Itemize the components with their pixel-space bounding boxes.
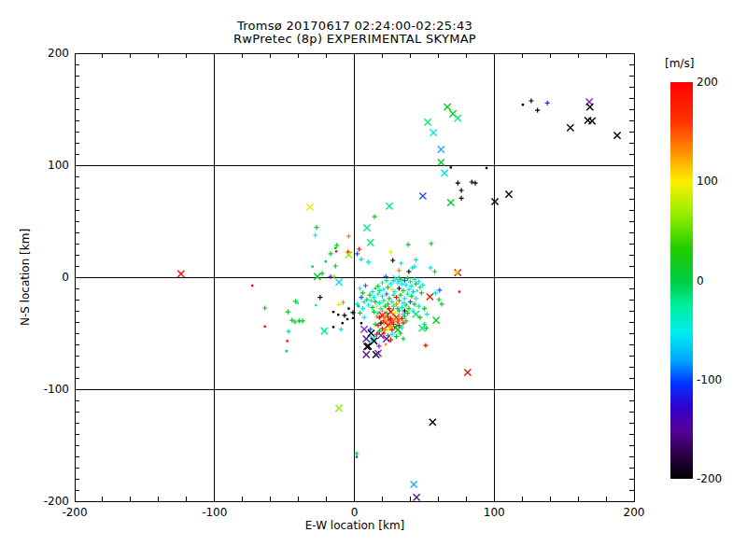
scatter-point xyxy=(545,101,550,105)
scatter-point xyxy=(342,313,346,317)
scatter-point xyxy=(408,279,413,284)
scatter-point xyxy=(335,250,337,252)
scatter-point xyxy=(352,317,354,319)
scatter-point xyxy=(380,280,385,285)
scatter-point xyxy=(472,181,477,186)
scatter-point xyxy=(422,306,427,311)
scatter-point xyxy=(332,311,334,313)
scatter-point xyxy=(346,234,351,239)
scatter-point xyxy=(333,263,338,268)
scatter-point xyxy=(388,282,393,287)
scatter-point xyxy=(360,306,365,311)
scatter-point xyxy=(358,286,362,290)
scatter-point xyxy=(588,118,595,124)
scatter-point xyxy=(286,340,288,342)
scatter-point xyxy=(380,294,385,299)
scatter-point xyxy=(361,315,366,320)
scatter-point xyxy=(335,279,342,286)
scatter-point xyxy=(409,284,414,288)
scatter-point xyxy=(342,322,344,324)
y-tick-label: -100 xyxy=(44,383,69,396)
scatter-point xyxy=(366,302,371,307)
scatter-point xyxy=(368,329,374,336)
scatter-point xyxy=(359,257,363,261)
colorbar-tick-label: 0 xyxy=(697,274,704,287)
scatter-point xyxy=(263,326,265,328)
scatter-point xyxy=(458,188,463,192)
scatter-point xyxy=(400,305,404,310)
colorbar-gradient xyxy=(670,82,693,479)
scatter-point xyxy=(405,291,410,296)
scatter-point xyxy=(358,311,362,315)
skymap-screen: Tromsø 20170617 02:24:00-02:25:43 RwPret… xyxy=(0,0,747,560)
scatter-point xyxy=(394,334,399,339)
scatter-point xyxy=(389,300,394,304)
scatter-point xyxy=(586,104,593,110)
scatter-point xyxy=(423,343,428,348)
scatter-point xyxy=(369,299,374,303)
scatter-point xyxy=(412,301,416,306)
scatter-point xyxy=(535,108,540,113)
scatter-point xyxy=(429,265,433,270)
scatter-point xyxy=(411,289,416,294)
colorbar: 2001000-100-200 xyxy=(670,76,722,485)
x-tick-label: 0 xyxy=(351,506,359,519)
scatter-point xyxy=(456,181,460,186)
x-tick-label: -200 xyxy=(62,506,87,519)
colorbar-tick-label: 100 xyxy=(697,175,718,188)
scatter-point xyxy=(416,304,421,309)
scatter-point xyxy=(313,232,317,237)
scatter-point xyxy=(331,274,336,279)
scatter-point xyxy=(297,301,299,303)
scatter-point xyxy=(381,299,386,303)
scatter-point xyxy=(409,294,414,299)
scatter-point xyxy=(401,336,405,341)
axis-tick-labels: -200-1000100200-200-1000100200 xyxy=(44,47,645,519)
scatter-point xyxy=(458,196,463,201)
scatter-point xyxy=(398,293,402,298)
skymap-plot: -200-1000100200-200-1000100200 2001000-1… xyxy=(0,0,747,560)
scatter-point xyxy=(437,287,442,292)
colorbar-tick-label: -100 xyxy=(697,373,722,386)
scatter-point xyxy=(432,269,437,273)
scatter-point xyxy=(433,317,440,324)
scatter-point xyxy=(430,419,436,426)
scatter-point xyxy=(359,295,363,300)
gridlines xyxy=(75,53,634,501)
scatter-point xyxy=(372,295,376,300)
scatter-point xyxy=(339,327,344,331)
scatter-point xyxy=(332,326,334,328)
scatter-point xyxy=(363,351,370,357)
scatter-point xyxy=(387,296,391,301)
scatter-point xyxy=(306,203,313,210)
y-tick-label: 100 xyxy=(48,159,69,172)
scatter-point xyxy=(425,119,431,125)
scatter-points xyxy=(177,98,620,500)
scatter-point xyxy=(346,318,348,320)
scatter-point xyxy=(427,293,433,300)
scatter-point xyxy=(522,104,524,105)
scatter-point xyxy=(390,258,395,262)
scatter-point xyxy=(400,282,404,287)
scatter-point xyxy=(397,268,402,273)
scatter-point xyxy=(373,322,377,327)
scatter-point xyxy=(384,274,388,279)
scatter-point xyxy=(464,369,471,375)
scatter-point xyxy=(447,200,454,206)
scatter-point xyxy=(335,405,342,412)
scatter-point xyxy=(444,104,450,110)
scatter-point xyxy=(347,307,349,309)
colorbar-tick-label: 200 xyxy=(697,76,718,89)
scatter-point xyxy=(377,301,382,305)
scatter-point xyxy=(372,310,376,315)
scatter-point xyxy=(374,304,379,309)
x-tick-label: 100 xyxy=(484,506,505,519)
scatter-point xyxy=(436,297,441,301)
scatter-point xyxy=(363,225,370,231)
scatter-point xyxy=(367,239,374,245)
scatter-point xyxy=(414,258,418,262)
scatter-point xyxy=(251,285,253,287)
scatter-point xyxy=(381,287,386,292)
scatter-point xyxy=(439,301,444,306)
scatter-point xyxy=(337,314,339,315)
